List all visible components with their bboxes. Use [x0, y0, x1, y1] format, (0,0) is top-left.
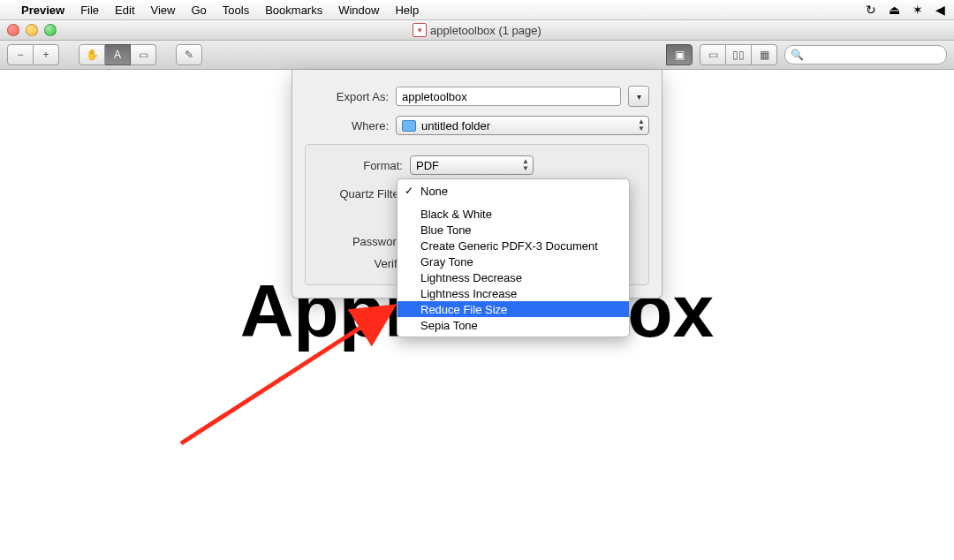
- view-contact-button[interactable]: ▦: [752, 44, 777, 65]
- sync-icon[interactable]: ↻: [866, 3, 876, 17]
- folder-icon: [402, 120, 416, 132]
- format-popup[interactable]: PDF ▲▼: [410, 155, 534, 175]
- wifi-icon[interactable]: ✶: [912, 3, 923, 17]
- quartz-option-blue-tone[interactable]: Blue Tone: [398, 222, 629, 238]
- volume-icon[interactable]: ◀: [935, 3, 945, 17]
- quartz-option-black-white[interactable]: Black & White: [398, 206, 629, 222]
- format-value: PDF: [416, 159, 439, 172]
- view-group: ▭ ▯▯ ▦: [700, 44, 777, 65]
- quartz-option-lightness-increase[interactable]: Lightness Increase: [398, 285, 629, 301]
- where-label: Where:: [305, 119, 389, 132]
- quartz-option-gray-tone[interactable]: Gray Tone: [398, 254, 629, 269]
- move-tool-button[interactable]: ✋: [79, 44, 105, 65]
- quartz-filter-label: Quartz Filter: [314, 187, 403, 201]
- quartz-option-none[interactable]: ✓None: [398, 183, 629, 199]
- menubar: Preview File Edit View Go Tools Bookmark…: [0, 0, 954, 20]
- where-value: untitled folder: [421, 119, 490, 132]
- zoom-out-button[interactable]: −: [7, 44, 34, 65]
- window-titlebar: ▼ appletoolbox (1 page): [0, 20, 954, 41]
- view-facing-button[interactable]: ▯▯: [726, 44, 752, 65]
- updown-icon: ▲▼: [522, 158, 529, 172]
- zoom-in-button[interactable]: +: [34, 44, 59, 65]
- menu-help[interactable]: Help: [395, 4, 419, 17]
- menu-edit[interactable]: Edit: [115, 4, 134, 17]
- menu-bookmarks[interactable]: Bookmarks: [265, 4, 322, 17]
- export-as-label: Export As:: [305, 90, 389, 103]
- thumbnail-view-button[interactable]: ▣: [666, 44, 693, 65]
- where-popup[interactable]: untitled folder ▲▼: [396, 116, 649, 135]
- menu-tools[interactable]: Tools: [223, 4, 249, 17]
- menu-go[interactable]: Go: [191, 4, 206, 17]
- quartz-option-lightness-decrease[interactable]: Lightness Decrease: [398, 269, 629, 285]
- updown-icon: ▲▼: [638, 118, 645, 132]
- format-label: Format:: [314, 159, 403, 172]
- toolbar: − + ✋ A ▭ ✎ ▣ ▭ ▯▯ ▦ 🔍: [0, 41, 954, 70]
- text-tool-button[interactable]: A: [105, 44, 131, 65]
- menu-app[interactable]: Preview: [21, 4, 64, 17]
- pdf-doc-icon: ▼: [413, 23, 427, 37]
- export-as-field[interactable]: [396, 87, 621, 106]
- quartz-option-sepia-tone[interactable]: Sepia Tone: [398, 317, 629, 333]
- check-icon: ✓: [405, 185, 413, 197]
- window-title: ▼ appletoolbox (1 page): [0, 23, 954, 37]
- zoom-group: − +: [7, 44, 59, 65]
- annotate-button[interactable]: ✎: [176, 44, 202, 65]
- tool-group: ✋ A ▭: [79, 44, 156, 65]
- verify-label: Verify: [314, 257, 403, 270]
- menubar-status: ↻ ⏏ ✶ ◀: [866, 3, 945, 17]
- sidebar-mode-group: ▣: [666, 44, 693, 65]
- document-canvas: Appletoolbox Export As: ▾ Where: untitle…: [0, 70, 954, 560]
- menu-view[interactable]: View: [151, 4, 176, 17]
- quartz-option-pdfx3[interactable]: Create Generic PDFX-3 Document: [398, 238, 629, 254]
- eject-icon[interactable]: ⏏: [889, 3, 900, 17]
- search-icon: 🔍: [791, 49, 804, 61]
- menu-window[interactable]: Window: [338, 4, 379, 17]
- view-single-button[interactable]: ▭: [700, 44, 726, 65]
- window-title-text: appletoolbox (1 page): [430, 24, 541, 37]
- search-field[interactable]: 🔍: [784, 45, 947, 64]
- quartz-option-reduce-file-size[interactable]: Reduce File Size: [398, 301, 629, 317]
- select-tool-button[interactable]: ▭: [131, 44, 156, 65]
- quartz-filter-menu: ✓None Black & White Blue Tone Create Gen…: [397, 178, 630, 337]
- expand-save-button[interactable]: ▾: [628, 86, 649, 107]
- menu-file[interactable]: File: [80, 4, 99, 17]
- password-label: Password: [314, 235, 403, 248]
